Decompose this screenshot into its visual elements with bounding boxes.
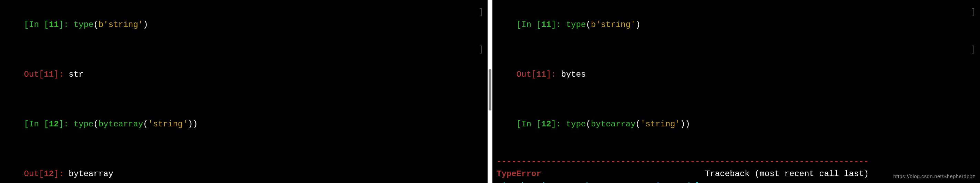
code: type(bytearray('string')) xyxy=(74,119,198,129)
out-bracket-r: ]: xyxy=(546,70,561,79)
right-terminal-pane[interactable]: [In [11]: type(b'string') ] Out[11]: byt… xyxy=(492,0,980,183)
pane-divider[interactable] xyxy=(488,0,492,183)
code-token: ( xyxy=(93,119,98,129)
blank-line xyxy=(496,93,976,106)
out-bracket-r: ]: xyxy=(54,70,68,79)
output-line: Out[11]: bytes xyxy=(496,56,976,93)
code-token: 'string' xyxy=(641,119,680,129)
code-token: 'string' xyxy=(148,119,188,129)
line-end-bracket: ] xyxy=(479,43,484,56)
output-line: Out[11]: str xyxy=(4,56,484,93)
code-token: b'string' xyxy=(591,20,636,29)
output-line: Out[12]: bytearray xyxy=(4,156,484,183)
out-number: 11 xyxy=(536,70,546,79)
in-bracket-r: ]: xyxy=(59,119,73,129)
blank-line xyxy=(4,93,484,106)
code-token: ( xyxy=(586,119,590,129)
out-bracket-l: Out[ xyxy=(517,70,536,79)
line-end-bracket: ] xyxy=(971,6,976,19)
line-end-bracket: ] xyxy=(971,43,976,56)
out-number: 12 xyxy=(44,169,54,178)
code: type(b'string') xyxy=(566,20,641,29)
watermark-text: https://blog.csdn.net/Shepherdppz xyxy=(893,173,975,181)
code-token: bytearray xyxy=(591,119,636,129)
code-token: ) xyxy=(635,20,640,29)
output-value: bytes xyxy=(561,70,586,79)
in-number: 11 xyxy=(541,20,551,29)
input-line: [In [12]: type(bytearray('string')) ] xyxy=(496,106,976,156)
code-token: ( xyxy=(93,20,98,29)
out-bracket-l: Out[ xyxy=(24,70,44,79)
out-bracket-r: ]: xyxy=(54,169,68,178)
output-value: str xyxy=(68,70,83,79)
input-line: [In [12]: type(bytearray('string')) ] xyxy=(4,106,484,156)
in-bracket-r: ]: xyxy=(551,119,566,129)
code-token: ( xyxy=(586,20,590,29)
code-token: ( xyxy=(635,119,640,129)
code: type(bytearray('string')) xyxy=(566,119,690,129)
code-token: type xyxy=(566,119,586,129)
out-bracket-l: Out[ xyxy=(24,169,44,178)
in-bracket-r: ]: xyxy=(59,20,73,29)
in-number: 11 xyxy=(49,20,59,29)
traceback-separator: ----------------------------------------… xyxy=(496,156,976,168)
in-number: 12 xyxy=(541,119,551,129)
code-token: )) xyxy=(188,119,198,129)
output-value: bytearray xyxy=(68,169,113,178)
code-token: ( xyxy=(143,119,148,129)
code-token: type xyxy=(74,20,94,29)
traceback-location: <ipython-input-12-b121e068947c> in <modu… xyxy=(496,180,976,183)
code-token: type xyxy=(74,119,94,129)
line-end-bracket: ] xyxy=(479,6,484,19)
error-name: TypeError xyxy=(496,169,541,178)
code-token: ) xyxy=(143,20,148,29)
input-line: [In [11]: type(b'string') ] xyxy=(4,6,484,56)
out-number: 11 xyxy=(44,70,54,79)
in-bracket-l: [In [ xyxy=(24,20,49,29)
in-bracket-l: [In [ xyxy=(517,20,541,29)
code-token: )) xyxy=(680,119,690,129)
code-token: b'string' xyxy=(99,20,143,29)
code-token: bytearray xyxy=(99,119,143,129)
input-line: [In [11]: type(b'string') ] xyxy=(496,6,976,56)
code: type(b'string') xyxy=(74,20,148,29)
in-bracket-l: [In [ xyxy=(24,119,49,129)
left-terminal-pane[interactable]: [In [11]: type(b'string') ] Out[11]: str… xyxy=(0,0,488,183)
in-number: 12 xyxy=(49,119,59,129)
code-token: type xyxy=(566,20,586,29)
in-bracket-r: ]: xyxy=(551,20,566,29)
in-bracket-l: [In [ xyxy=(517,119,541,129)
